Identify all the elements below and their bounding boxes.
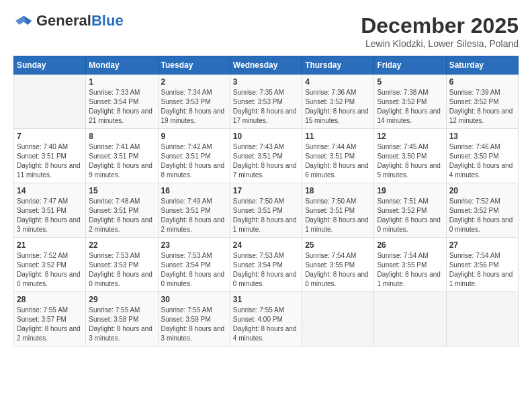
day-number: 11 bbox=[305, 132, 371, 141]
calendar-cell: 17Sunrise: 7:50 AMSunset: 3:51 PMDayligh… bbox=[230, 183, 302, 238]
day-number: 9 bbox=[161, 132, 227, 141]
calendar-cell: 13Sunrise: 7:46 AMSunset: 3:50 PMDayligh… bbox=[446, 129, 518, 183]
calendar-cell: 2Sunrise: 7:34 AMSunset: 3:53 PMDaylight… bbox=[158, 75, 230, 129]
header-saturday: Saturday bbox=[446, 56, 518, 75]
calendar-cell: 25Sunrise: 7:54 AMSunset: 3:55 PMDayligh… bbox=[302, 238, 374, 292]
calendar-cell: 30Sunrise: 7:55 AMSunset: 3:59 PMDayligh… bbox=[158, 292, 230, 347]
day-info: Sunrise: 7:34 AMSunset: 3:53 PMDaylight:… bbox=[161, 88, 227, 126]
day-number: 16 bbox=[161, 186, 227, 195]
day-number: 1 bbox=[89, 77, 154, 87]
calendar-cell: 5Sunrise: 7:38 AMSunset: 3:52 PMDaylight… bbox=[374, 75, 446, 129]
calendar-cell: 12Sunrise: 7:45 AMSunset: 3:50 PMDayligh… bbox=[374, 129, 446, 183]
calendar-cell: 11Sunrise: 7:44 AMSunset: 3:51 PMDayligh… bbox=[302, 129, 374, 183]
day-number: 24 bbox=[233, 240, 299, 250]
day-info: Sunrise: 7:35 AMSunset: 3:53 PMDaylight:… bbox=[233, 88, 299, 126]
day-number: 31 bbox=[233, 295, 299, 304]
week-row-5: 28Sunrise: 7:55 AMSunset: 3:57 PMDayligh… bbox=[14, 292, 519, 347]
calendar-cell: 23Sunrise: 7:53 AMSunset: 3:54 PMDayligh… bbox=[158, 238, 230, 292]
week-row-1: 1Sunrise: 7:33 AMSunset: 3:54 PMDaylight… bbox=[14, 75, 519, 129]
header-friday: Friday bbox=[374, 56, 446, 75]
day-info: Sunrise: 7:33 AMSunset: 3:54 PMDaylight:… bbox=[89, 88, 154, 126]
day-number: 28 bbox=[17, 295, 83, 304]
day-number: 4 bbox=[305, 77, 371, 87]
calendar-cell: 4Sunrise: 7:36 AMSunset: 3:52 PMDaylight… bbox=[302, 75, 374, 129]
day-info: Sunrise: 7:55 AMSunset: 3:57 PMDaylight:… bbox=[17, 306, 83, 343]
day-info: Sunrise: 7:53 AMSunset: 3:54 PMDaylight:… bbox=[161, 251, 227, 289]
day-number: 20 bbox=[449, 186, 515, 195]
calendar-cell: 26Sunrise: 7:54 AMSunset: 3:55 PMDayligh… bbox=[374, 238, 446, 292]
calendar-cell: 8Sunrise: 7:41 AMSunset: 3:51 PMDaylight… bbox=[86, 129, 158, 183]
day-number: 13 bbox=[449, 132, 515, 141]
day-info: Sunrise: 7:43 AMSunset: 3:51 PMDaylight:… bbox=[233, 142, 299, 180]
day-info: Sunrise: 7:54 AMSunset: 3:56 PMDaylight:… bbox=[449, 251, 515, 289]
day-info: Sunrise: 7:50 AMSunset: 3:51 PMDaylight:… bbox=[305, 197, 371, 234]
calendar-cell: 29Sunrise: 7:55 AMSunset: 3:58 PMDayligh… bbox=[86, 292, 158, 347]
day-info: Sunrise: 7:55 AMSunset: 4:00 PMDaylight:… bbox=[233, 306, 299, 343]
day-number: 25 bbox=[305, 240, 371, 250]
day-number: 3 bbox=[233, 77, 299, 87]
day-info: Sunrise: 7:46 AMSunset: 3:50 PMDaylight:… bbox=[449, 142, 515, 180]
day-number: 2 bbox=[161, 77, 227, 87]
day-number: 8 bbox=[89, 132, 154, 141]
calendar-cell: 22Sunrise: 7:53 AMSunset: 3:53 PMDayligh… bbox=[86, 238, 158, 292]
calendar-cell bbox=[302, 292, 374, 347]
day-number: 15 bbox=[89, 186, 154, 195]
location: Lewin Klodzki, Lower Silesia, Poland bbox=[361, 38, 519, 49]
calendar-header-row: SundayMondayTuesdayWednesdayThursdayFrid… bbox=[14, 56, 519, 75]
day-info: Sunrise: 7:51 AMSunset: 3:52 PMDaylight:… bbox=[377, 197, 443, 234]
day-info: Sunrise: 7:53 AMSunset: 3:54 PMDaylight:… bbox=[233, 251, 299, 289]
day-info: Sunrise: 7:45 AMSunset: 3:50 PMDaylight:… bbox=[377, 142, 443, 180]
day-number: 30 bbox=[161, 295, 227, 304]
day-info: Sunrise: 7:55 AMSunset: 3:59 PMDaylight:… bbox=[161, 306, 227, 343]
day-info: Sunrise: 7:47 AMSunset: 3:51 PMDaylight:… bbox=[17, 197, 83, 234]
calendar-cell: 31Sunrise: 7:55 AMSunset: 4:00 PMDayligh… bbox=[230, 292, 302, 347]
day-number: 7 bbox=[17, 132, 83, 141]
day-info: Sunrise: 7:54 AMSunset: 3:55 PMDaylight:… bbox=[305, 251, 371, 289]
day-number: 14 bbox=[17, 186, 83, 195]
day-info: Sunrise: 7:55 AMSunset: 3:58 PMDaylight:… bbox=[89, 306, 154, 343]
day-number: 23 bbox=[161, 240, 227, 250]
day-info: Sunrise: 7:52 AMSunset: 3:52 PMDaylight:… bbox=[17, 251, 83, 289]
day-number: 29 bbox=[89, 295, 154, 304]
day-info: Sunrise: 7:42 AMSunset: 3:51 PMDaylight:… bbox=[161, 142, 227, 180]
logo-icon bbox=[13, 15, 34, 27]
calendar-cell: 7Sunrise: 7:40 AMSunset: 3:51 PMDaylight… bbox=[14, 129, 86, 183]
day-info: Sunrise: 7:44 AMSunset: 3:51 PMDaylight:… bbox=[305, 142, 371, 180]
calendar-cell bbox=[14, 75, 86, 129]
calendar-cell: 15Sunrise: 7:48 AMSunset: 3:51 PMDayligh… bbox=[86, 183, 158, 238]
day-info: Sunrise: 7:54 AMSunset: 3:55 PMDaylight:… bbox=[377, 251, 443, 289]
calendar-cell: 6Sunrise: 7:39 AMSunset: 3:52 PMDaylight… bbox=[446, 75, 518, 129]
calendar-cell: 10Sunrise: 7:43 AMSunset: 3:51 PMDayligh… bbox=[230, 129, 302, 183]
calendar-cell: 9Sunrise: 7:42 AMSunset: 3:51 PMDaylight… bbox=[158, 129, 230, 183]
day-number: 26 bbox=[377, 240, 443, 250]
calendar-cell: 3Sunrise: 7:35 AMSunset: 3:53 PMDaylight… bbox=[230, 75, 302, 129]
header-thursday: Thursday bbox=[302, 56, 374, 75]
calendar-cell: 18Sunrise: 7:50 AMSunset: 3:51 PMDayligh… bbox=[302, 183, 374, 238]
day-number: 17 bbox=[233, 186, 299, 195]
day-info: Sunrise: 7:49 AMSunset: 3:51 PMDaylight:… bbox=[161, 197, 227, 234]
day-info: Sunrise: 7:53 AMSunset: 3:53 PMDaylight:… bbox=[89, 251, 154, 289]
day-number: 18 bbox=[305, 186, 371, 195]
calendar-cell bbox=[446, 292, 518, 347]
calendar-cell: 21Sunrise: 7:52 AMSunset: 3:52 PMDayligh… bbox=[14, 238, 86, 292]
calendar-cell: 24Sunrise: 7:53 AMSunset: 3:54 PMDayligh… bbox=[230, 238, 302, 292]
day-info: Sunrise: 7:48 AMSunset: 3:51 PMDaylight:… bbox=[89, 197, 154, 234]
calendar-cell: 14Sunrise: 7:47 AMSunset: 3:51 PMDayligh… bbox=[14, 183, 86, 238]
week-row-4: 21Sunrise: 7:52 AMSunset: 3:52 PMDayligh… bbox=[14, 238, 519, 292]
day-number: 27 bbox=[449, 240, 515, 250]
header-monday: Monday bbox=[86, 56, 158, 75]
calendar-cell bbox=[374, 292, 446, 347]
month-title: December 2025 bbox=[361, 13, 519, 38]
calendar-cell: 1Sunrise: 7:33 AMSunset: 3:54 PMDaylight… bbox=[86, 75, 158, 129]
week-row-3: 14Sunrise: 7:47 AMSunset: 3:51 PMDayligh… bbox=[14, 183, 519, 238]
day-info: Sunrise: 7:38 AMSunset: 3:52 PMDaylight:… bbox=[377, 88, 443, 126]
calendar-cell: 20Sunrise: 7:52 AMSunset: 3:52 PMDayligh… bbox=[446, 183, 518, 238]
logo: GeneralBlue bbox=[13, 13, 124, 28]
day-info: Sunrise: 7:50 AMSunset: 3:51 PMDaylight:… bbox=[233, 197, 299, 234]
calendar-table: SundayMondayTuesdayWednesdayThursdayFrid… bbox=[13, 56, 519, 347]
day-number: 19 bbox=[377, 186, 443, 195]
day-info: Sunrise: 7:36 AMSunset: 3:52 PMDaylight:… bbox=[305, 88, 371, 126]
title-block: December 2025 Lewin Klodzki, Lower Siles… bbox=[361, 13, 519, 49]
day-number: 6 bbox=[449, 77, 515, 87]
day-number: 21 bbox=[17, 240, 83, 250]
